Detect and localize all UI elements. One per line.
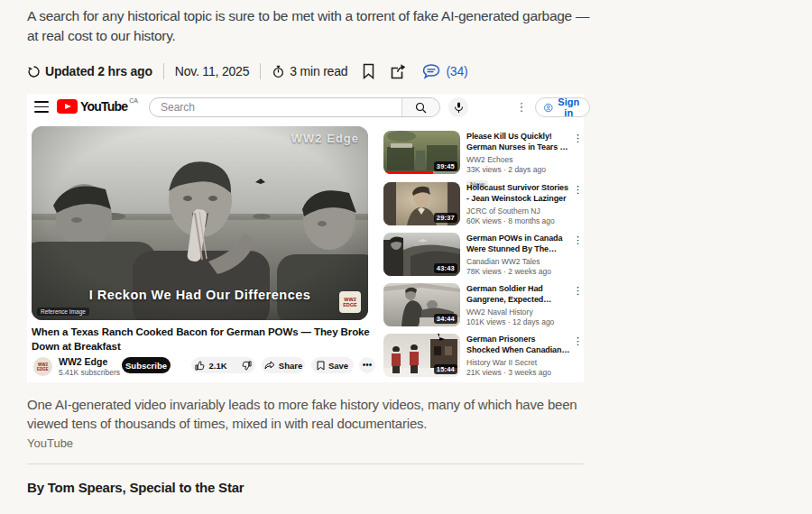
duration-badge: 29:37 (434, 213, 457, 223)
suggested-video: 15:44 German Prisoners Shocked When Cana… (383, 334, 584, 379)
duration-badge: 39:45 (434, 161, 457, 171)
comments-button[interactable]: (34) (421, 63, 467, 79)
duration-badge: 15:44 (434, 364, 457, 374)
thumbs-up-icon (195, 361, 205, 371)
meta-divider (260, 63, 261, 79)
youtube-logo-text: YouTube (80, 99, 127, 114)
search-box (149, 97, 440, 117)
youtube-logo[interactable]: YouTube CA (57, 99, 138, 114)
suggested-channel[interactable]: History War II Secret (466, 358, 570, 367)
save-label: Save (328, 361, 348, 371)
share-icon (390, 63, 407, 80)
suggested-meta: 21K views · 3 weeks ago (466, 368, 570, 377)
suggested-meta: 101K views · 12 days ago (466, 317, 570, 326)
bookmark-icon (362, 63, 375, 79)
main-video-title[interactable]: When a Texas Ranch Cooked Bacon for Germ… (32, 325, 374, 353)
watch-progress-bar (383, 171, 460, 174)
comment-bubble-icon (421, 63, 441, 79)
like-dislike-pill: 2.1K (191, 357, 255, 373)
date-meta: Nov. 11, 2025 (175, 64, 250, 78)
suggested-kebab-button[interactable]: ⋮ (573, 184, 583, 196)
search-input[interactable] (150, 98, 401, 116)
stopwatch-icon (272, 65, 285, 78)
search-icon (415, 102, 427, 114)
share-label: Share (279, 361, 302, 371)
share-button[interactable] (390, 63, 407, 80)
updated-label: Updated 2 hrs ago (45, 64, 152, 78)
sign-in-label: Sign in (557, 96, 581, 118)
image-caption: One AI-generated video invariably leads … (27, 395, 592, 434)
suggested-channel[interactable]: WW2 Echoes (466, 155, 570, 164)
suggested-channel[interactable]: Canadian WW2 Tales (466, 257, 570, 266)
channel-name[interactable]: WW2 Edge (59, 356, 107, 367)
channel-avatar[interactable]: WW2 EDGE (33, 357, 52, 376)
sign-in-button[interactable]: Sign in (535, 97, 590, 117)
suggested-title[interactable]: Holocaust Survivor Stories - Jean Weinst… (466, 182, 570, 204)
suggested-kebab-button[interactable]: ⋮ (573, 285, 583, 297)
comment-count: (34) (446, 64, 467, 78)
suggested-video: 34:44 German Soldier Had Gangrene, Expec… (383, 283, 584, 328)
video-share-button[interactable]: Share (262, 357, 305, 373)
thumbnail-caption-overlay: I Reckon We Had Our Differences (32, 288, 368, 302)
search-button[interactable] (401, 98, 439, 116)
like-button[interactable]: 2.1K (188, 357, 234, 373)
menu-button[interactable] (34, 101, 49, 113)
read-time-meta: 3 min read (272, 64, 347, 78)
updated-meta: Updated 2 hrs ago (27, 64, 152, 78)
article-page: A search for any historical topic is sur… (0, 0, 812, 514)
suggested-channel[interactable]: WW2 Naval History (466, 307, 570, 317)
section-divider (27, 464, 584, 464)
youtube-play-icon (57, 99, 78, 114)
suggested-thumbnail[interactable]: 39:45 (383, 131, 460, 174)
share-arrow-icon (264, 361, 275, 370)
suggested-title[interactable]: German POWs in Canada Were Stunned By Th… (466, 233, 570, 254)
meta-divider (163, 63, 164, 79)
duration-badge: 43:43 (434, 263, 457, 273)
suggested-video: 43:43 German POWs in Canada Were Stunned… (383, 233, 584, 278)
duration-badge: 34:44 (434, 314, 457, 324)
suggested-kebab-button[interactable]: ⋮ (573, 133, 583, 144)
video-save-button[interactable]: Save (311, 357, 354, 373)
suggested-kebab-button[interactable]: ⋮ (573, 335, 583, 347)
article-subheading: A search for any historical topic is sur… (27, 6, 599, 46)
channel-row: WW2 EDGE WW2 Edge 5.41K subscribers Subs… (32, 355, 374, 379)
suggested-thumbnail[interactable]: 29:37 (383, 182, 460, 225)
suggested-channel[interactable]: JCRC of Southern NJ (466, 207, 570, 216)
suggested-title[interactable]: German Prisoners Shocked When Canadian M… (466, 334, 570, 355)
image-credit: YouTube (27, 436, 73, 450)
dislike-button[interactable] (235, 357, 259, 373)
youtube-header: YouTube CA ⋮ (27, 94, 584, 121)
article-meta-row: Updated 2 hrs ago Nov. 11, 2025 3 min re… (27, 60, 468, 83)
suggested-meta: 78K views · 2 weeks ago (466, 267, 570, 276)
suggested-meta: 33K views · 2 days ago (466, 165, 570, 174)
suggested-video: 39:45 Please Kill Us Quickly! German Nur… (383, 131, 584, 176)
ww2-edge-logo-badge: WW2 EDGE (339, 291, 361, 313)
header-kebab-button[interactable]: ⋮ (515, 98, 528, 116)
suggested-thumbnail[interactable]: 43:43 (383, 233, 460, 276)
reference-image-label: Reference Image (37, 307, 89, 316)
subscriber-count: 5.41K subscribers (59, 368, 120, 377)
like-count: 2.1K (208, 361, 226, 371)
suggested-title[interactable]: Please Kill Us Quickly! German Nurses in… (466, 131, 570, 152)
suggested-kebab-button[interactable]: ⋮ (573, 234, 583, 246)
youtube-embed: YouTube CA ⋮ (27, 94, 584, 382)
refresh-clock-icon (27, 65, 41, 78)
thumbnail-watermark: WW2 Edge (291, 132, 359, 145)
bookmark-button[interactable] (362, 63, 375, 79)
main-video-thumbnail[interactable]: WW2 Edge I Reckon We Had Our Differences… (32, 126, 368, 320)
suggested-title[interactable]: German Soldier Had Gangrene, Expected Am… (466, 283, 570, 305)
microphone-icon (454, 102, 464, 114)
youtube-region-label: CA (129, 97, 138, 104)
save-bookmark-icon (317, 361, 325, 371)
video-more-button[interactable]: ••• (359, 357, 375, 373)
suggested-thumbnail[interactable]: 34:44 (383, 283, 460, 326)
read-time-label: 3 min read (290, 64, 347, 78)
thumbs-down-icon (242, 361, 252, 371)
voice-search-button[interactable] (448, 97, 468, 117)
subscribe-button[interactable]: Subscribe (122, 357, 171, 373)
suggested-meta: 60K views · 8 months ago (466, 216, 570, 225)
date-label: Nov. 11, 2025 (175, 64, 250, 78)
suggested-thumbnail[interactable]: 15:44 (383, 334, 460, 377)
suggested-video: 29:37 Holocaust Survivor Stories - Jean … (383, 182, 584, 227)
person-icon (544, 102, 553, 114)
